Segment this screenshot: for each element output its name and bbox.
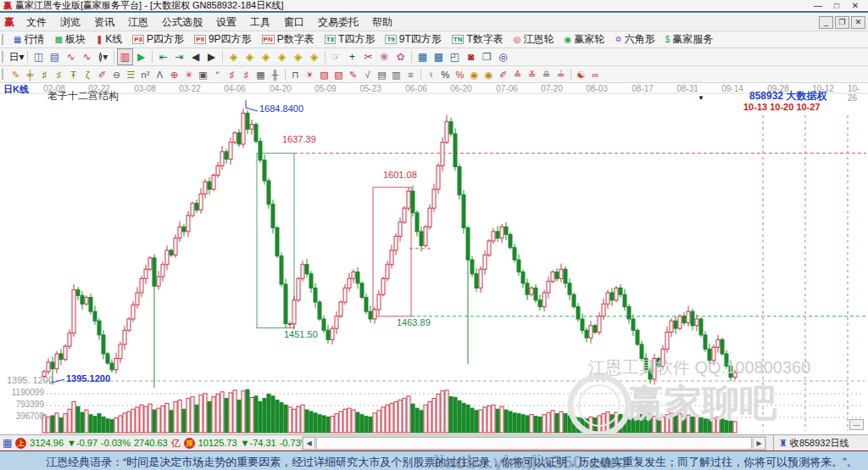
flower2-icon[interactable]: ✿ [392,49,409,64]
channel-tool[interactable]: ⊓ [288,67,303,82]
dropdown-triangle-icon[interactable]: ▼ [698,94,704,102]
tab-hexagon[interactable]: ✡六角形 [609,32,659,47]
menu-item-file[interactable]: 文件 [19,16,53,28]
tab-p-number-table[interactable]: PNP数字表 [257,32,320,47]
toolbar-grip[interactable] [2,69,5,80]
infinity-icon[interactable]: ∞ [588,67,603,82]
shaded-box2-tool[interactable]: ▧ [331,67,346,82]
hgrid-tool[interactable]: ▤ [375,67,389,82]
gann-diamond3-icon[interactable]: ◈ [258,49,274,64]
period-dropdown[interactable]: 日▾ [8,49,25,64]
menu-item-news[interactable]: 资讯 [87,16,121,28]
parallel-lines-tool[interactable]: ≡ [403,67,418,82]
shaded-box-tool[interactable]: ▨ [317,67,331,82]
calculator-icon[interactable]: ▩ [431,49,447,64]
percent-red-tool[interactable]: % [453,67,467,82]
vgrid-tool[interactable]: ▥ [389,67,403,82]
restore-button[interactable]: □ [827,1,846,10]
balance-tool[interactable]: ≞ [539,67,554,82]
tab-sectors[interactable]: ▩板块 [49,32,90,47]
flower-icon[interactable]: ❀ [376,49,392,64]
close-button[interactable]: ✕ [846,1,865,10]
save-red-icon[interactable]: ◙ [463,49,479,64]
grid-icon[interactable]: ▦ [3,437,12,449]
print-icon[interactable]: ❒ [479,49,495,64]
scroll-right-button[interactable]: ▶ [753,437,765,450]
mdi-close-button[interactable]: ✕ [851,16,865,29]
percent-tool[interactable]: % [438,67,453,82]
first-page-icon[interactable]: ⇤ [155,49,171,64]
hand-icon[interactable]: ☞ [328,49,344,64]
calendar-icon[interactable]: ▦ [415,49,431,64]
marker-tool[interactable]: ✐ [496,67,510,82]
window-layout-icon[interactable]: ◫ [31,49,47,64]
minimize-button[interactable]: — [809,1,827,10]
toolbar-grip[interactable] [2,51,5,63]
tab-p-square[interactable]: P8P四方形 [127,32,189,47]
tab-gann-wheel[interactable]: ◎江恩轮 [509,32,559,47]
candle-style-dropdown[interactable]: ≬▾ [95,49,111,64]
kline-mode-toggle[interactable]: ▥ [117,48,133,65]
prev-icon[interactable]: ◀ [187,49,203,64]
check-line-tool[interactable]: √ [360,67,375,82]
tab-t-number-table[interactable]: TNT数字表 [447,32,509,47]
trend-line-small-icon[interactable]: ∿ [63,49,79,64]
spiral-tool[interactable]: ζ [81,67,95,82]
image-box-tool[interactable]: ▣ [196,67,210,82]
toolbar-grip[interactable] [2,34,5,45]
menu-item-window[interactable]: 窗口 [277,16,311,28]
query-tool[interactable]: ≟ [554,67,568,82]
shenzhen-index-icon[interactable]: 深 [184,438,195,449]
gann-diamond1-icon[interactable]: ◈ [225,49,242,64]
circle-cross-tool[interactable]: ⊕ [167,67,181,82]
shanghai-index-icon[interactable]: 上 [15,438,26,449]
tab-winner-wheel[interactable]: ◉赢家轮 [559,32,610,47]
golden-circle2-tool[interactable]: ◉ [481,67,496,82]
menu-item-settings[interactable]: 设置 [209,16,243,28]
square-number-tool[interactable]: n² [138,67,153,82]
tab-quotes[interactable]: ▦行情 [8,32,49,47]
replay-icon[interactable]: ▶ [133,49,149,64]
tab-9t-square[interactable]: T99T四方形 [380,32,446,47]
net-grid-tool[interactable]: ▦ [253,67,268,82]
tab-t-square[interactable]: T8T四方形 [320,32,381,47]
gann-diamond4-icon[interactable]: ◈ [274,49,290,64]
scale-tool[interactable]: ♮ [424,67,438,82]
star-ray-tool[interactable]: ✳ [181,67,196,82]
horizontal-scrollbar[interactable]: ◀ ▶ [302,436,766,450]
gann-diamond6-icon[interactable]: ◈ [306,49,322,64]
volume-collapse-button[interactable]: — [849,419,864,430]
menu-item-trade-order[interactable]: 交易委托 [311,16,365,28]
golden-circle-tool[interactable]: ◉ [467,67,481,82]
tab-9p-square[interactable]: P99P四方形 [189,32,256,47]
tab-winner-service[interactable]: $赢家服务 [660,32,719,47]
price-division-tool[interactable]: ♯ [52,67,66,82]
chart-region[interactable]: 02-0802-2203-0803-2204-0604-2005-0905-23… [0,83,868,434]
info-panel-icon[interactable]: ▤ [47,49,63,64]
scroll-left-button[interactable]: ◀ [303,437,315,450]
multi-line-tool[interactable]: ☰ [124,67,138,82]
tab-kline[interactable]: ❚K线 [91,32,127,47]
menu-item-formula-stock-pick[interactable]: 公式选股 [155,16,209,28]
trend-line-small2-icon[interactable]: ∿ [79,49,95,64]
measure2-tool[interactable]: ≚ [525,67,539,82]
crosshair-icon[interactable]: + [344,49,360,64]
menu-item-gann[interactable]: 江恩 [121,16,155,28]
red-grid-tool[interactable]: ♯ [225,67,239,82]
mark-tool[interactable]: ʺ [210,67,225,82]
next-icon[interactable]: ▶ [203,49,220,64]
gann-grid-tool[interactable]: ╪ [23,67,37,82]
menu-item-browse[interactable]: 浏览 [53,16,87,28]
measure-tool[interactable]: ≙ [510,67,525,82]
t-line-tool[interactable]: Ŧ [66,67,81,82]
gann-diamond2-icon[interactable]: ◈ [242,49,258,64]
time-division-tool[interactable]: ♯ [37,67,52,82]
scissors-icon[interactable]: ✂ [360,49,376,64]
yinyang-icon[interactable]: ☯ [574,67,588,82]
span-tool[interactable]: ╫ [268,67,282,82]
save-icon[interactable]: ◰ [447,49,463,64]
menu-item-tools[interactable]: 工具 [243,16,277,28]
mdi-restore-button[interactable]: ❐ [835,16,849,29]
angle-pen-tool[interactable]: ✐ [95,67,109,82]
ellipse-tool[interactable]: ⊖ [109,67,124,82]
